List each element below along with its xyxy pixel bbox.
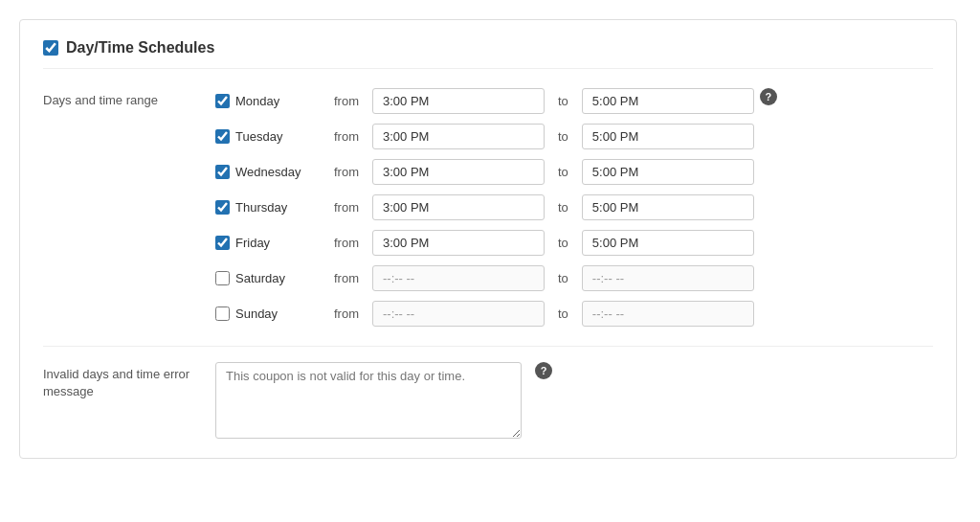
day-label-wednesday[interactable]: Wednesday [215,165,321,179]
day-label-friday[interactable]: Friday [215,236,321,250]
to-time-wednesday[interactable] [582,159,754,185]
day-label-tuesday[interactable]: Tuesday [215,129,321,144]
from-time-tuesday[interactable] [372,124,545,149]
day-label-saturday[interactable]: Saturday [215,271,321,285]
day-time-schedules-card: Day/Time Schedules Days and time range M… [19,19,957,459]
section-header: Day/Time Schedules [43,39,933,69]
to-label-friday: to [558,236,568,250]
days-time-range-content: Monday from to Tuesday from to Wednesday… [215,88,777,327]
from-time-thursday[interactable] [372,194,545,220]
day-checkbox-wednesday[interactable] [215,165,230,179]
to-time-friday[interactable] [582,230,754,256]
day-row-sunday: Sunday from to [215,301,754,327]
from-label-friday: from [334,236,359,250]
day-name-tuesday: Tuesday [235,129,282,144]
from-time-wednesday[interactable] [372,159,545,185]
from-label-wednesday: from [334,165,359,179]
to-time-monday[interactable] [582,88,754,114]
day-label-thursday[interactable]: Thursday [215,200,321,215]
day-row-monday: Monday from to [215,88,754,114]
section-title-text: Day/Time Schedules [66,39,214,57]
from-time-saturday [372,265,545,291]
to-time-sunday [582,301,754,327]
error-input-wrapper: ? [215,362,552,439]
from-time-monday[interactable] [372,88,545,114]
day-row-saturday: Saturday from to [215,265,754,291]
from-time-friday[interactable] [372,230,545,256]
to-time-tuesday[interactable] [582,124,754,149]
day-label-monday[interactable]: Monday [215,94,321,108]
day-name-sunday: Sunday [235,306,278,321]
day-name-wednesday: Wednesday [235,165,301,179]
error-help-icon[interactable]: ? [535,362,552,379]
to-time-thursday[interactable] [582,194,754,220]
days-container: Monday from to Tuesday from to Wednesday… [215,88,754,327]
day-checkbox-tuesday[interactable] [215,129,230,144]
error-message-label: Invalid days and time errormessage [43,362,215,400]
from-label-monday: from [334,94,359,108]
days-time-range-label: Days and time range [43,88,215,109]
day-row-thursday: Thursday from to [215,194,754,220]
day-row-friday: Friday from to [215,230,754,256]
error-message-textarea[interactable] [215,362,522,439]
to-label-sunday: to [558,306,568,321]
to-label-saturday: to [558,271,568,285]
from-time-sunday [372,301,545,327]
help-icon[interactable]: ? [760,88,777,105]
from-label-sunday: from [334,306,359,321]
day-name-thursday: Thursday [235,200,287,215]
from-label-saturday: from [334,271,359,285]
day-row-wednesday: Wednesday from to [215,159,754,185]
error-message-row: Invalid days and time errormessage ? [43,346,933,439]
day-name-saturday: Saturday [235,271,285,285]
to-label-tuesday: to [558,129,568,144]
day-checkbox-monday[interactable] [215,94,230,108]
day-checkbox-thursday[interactable] [215,200,230,215]
day-label-sunday[interactable]: Sunday [215,306,321,321]
from-label-thursday: from [334,200,359,215]
day-checkbox-sunday[interactable] [215,306,230,321]
day-row-tuesday: Tuesday from to [215,124,754,149]
to-label-monday: to [558,94,568,108]
day-name-monday: Monday [235,94,279,108]
day-checkbox-saturday[interactable] [215,271,230,285]
to-label-thursday: to [558,200,568,215]
to-time-saturday [582,265,754,291]
from-label-tuesday: from [334,129,359,144]
to-label-wednesday: to [558,165,568,179]
days-time-range-row: Days and time range Monday from to Tuesd… [43,88,933,327]
day-checkbox-friday[interactable] [215,236,230,250]
section-checkbox[interactable] [43,40,58,56]
day-name-friday: Friday [235,236,270,250]
